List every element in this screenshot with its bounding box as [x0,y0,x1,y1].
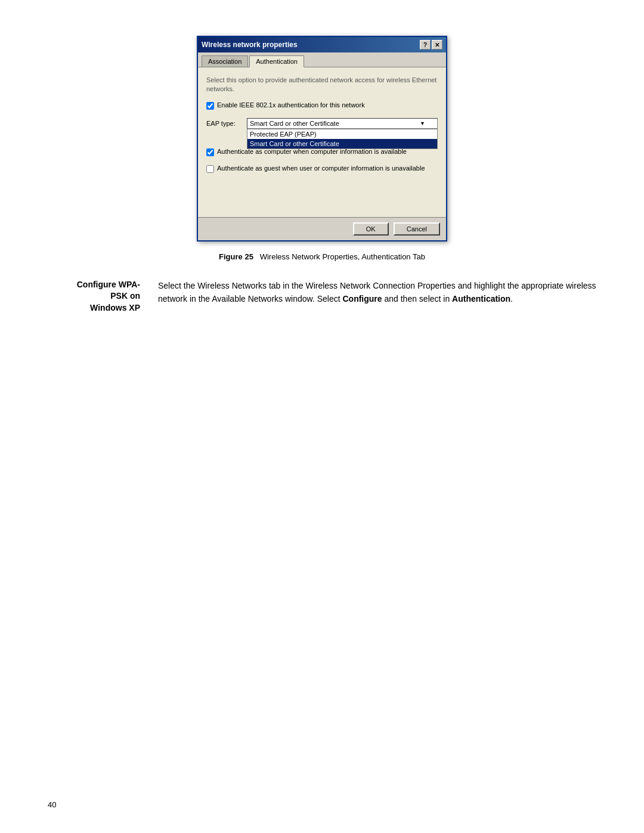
eap-select-display[interactable]: Smart Card or other Certificate ▼ [247,118,438,129]
eap-dropdown-list: Protected EAP (PEAP) Smart Card or other… [247,129,438,149]
auth-computer-checkbox[interactable] [206,148,214,156]
page: Wireless network properties ? ✕ Associat… [0,0,644,833]
dialog-wrapper: Wireless network properties ? ✕ Associat… [48,36,596,241]
dialog-title: Wireless network properties [202,41,298,49]
dropdown-arrow-icon: ▼ [420,120,425,126]
auth-computer-row: Authenticate as computer when computer i… [206,148,438,156]
body-bold-configure: Configure [342,294,382,304]
eap-row: EAP type: Smart Card or other Certificat… [206,118,438,129]
body-text-2: and then select in [382,294,453,304]
figure-label: Figure 25 [219,252,253,261]
figure-description: Wireless Network Properties, Authenticat… [255,252,425,261]
tab-association[interactable]: Association [202,55,248,67]
heading-line2: PSK on [48,290,140,302]
tab-strip: Association Authentication [198,52,446,67]
dropdown-item-smartcard[interactable]: Smart Card or other Certificate [247,139,437,148]
cancel-button[interactable]: Cancel [394,222,440,236]
eap-selected-value: Smart Card or other Certificate [250,120,339,127]
title-bar: Wireless network properties ? ✕ [198,37,446,52]
description-text: Select this option to provide authentica… [206,76,438,94]
auth-guest-row: Authenticate as guest when user or compu… [206,165,438,173]
spacer [206,181,438,211]
heading-line3: Windows XP [48,302,140,314]
section-heading: Configure WPA- PSK on Windows XP [48,279,140,314]
ieee-label: Enable IEEE 802.1x authentication for th… [217,101,365,109]
auth-guest-label: Authenticate as guest when user or compu… [217,165,425,172]
dropdown-item-peap[interactable]: Protected EAP (PEAP) [247,129,437,139]
configure-section: Configure WPA- PSK on Windows XP Select … [48,279,596,314]
dialog-content: Select this option to provide authentica… [198,67,446,217]
tab-authentication[interactable]: Authentication [249,55,304,67]
body-bold-authentication: Authentication [452,294,510,304]
close-button[interactable]: ✕ [432,40,442,49]
section-body: Select the Wireless Networks tab in the … [158,279,596,314]
title-bar-buttons: ? ✕ [420,40,442,49]
ok-button[interactable]: OK [353,222,389,236]
eap-dropdown-wrapper: Smart Card or other Certificate ▼ Protec… [247,118,438,129]
ieee-checkbox-row: Enable IEEE 802.1x authentication for th… [206,101,438,110]
figure-caption: Figure 25 Wireless Network Properties, A… [48,252,596,261]
eap-label: EAP type: [206,120,242,127]
help-button[interactable]: ? [420,40,431,49]
dialog-footer: OK Cancel [198,217,446,240]
auth-guest-checkbox[interactable] [206,165,214,173]
ieee-checkbox[interactable] [206,102,214,110]
heading-line1: Configure WPA- [48,279,140,291]
wireless-properties-dialog: Wireless network properties ? ✕ Associat… [197,36,447,241]
auth-section: Authenticate as computer when computer i… [206,148,438,173]
body-text-3: . [510,294,513,304]
page-number: 40 [48,800,56,809]
